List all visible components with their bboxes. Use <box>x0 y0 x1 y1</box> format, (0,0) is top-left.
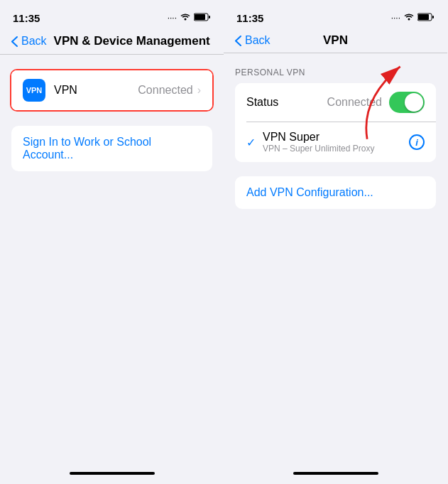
vpn-settings-group: Status Connected ✓ VPN Super VPN – Super… <box>235 83 436 162</box>
right-home-bar <box>293 472 378 475</box>
left-phone-panel: 11:35 ···· Back VPN & Device Management <box>0 0 224 484</box>
status-row: Status Connected <box>235 83 436 122</box>
vpn-icon-text: VPN <box>26 86 43 95</box>
right-nav-bar: Back VPN <box>224 31 447 53</box>
vpn-icon: VPN <box>23 79 45 102</box>
vpn-super-row[interactable]: ✓ VPN Super VPN – Super Unlimited Proxy … <box>235 122 436 162</box>
left-status-icons: ···· <box>168 13 211 23</box>
svg-rect-4 <box>418 14 429 20</box>
vpn-super-info: VPN Super VPN – Super Unlimited Proxy <box>263 131 409 154</box>
sign-in-item[interactable]: Sign In to Work or School Account... <box>11 126 212 171</box>
left-content: VPN VPN Connected › Sign In to Work or S… <box>0 55 224 467</box>
left-home-indicator <box>0 467 224 484</box>
vpn-connected-value: Connected <box>138 84 192 97</box>
right-back-button[interactable]: Back <box>235 34 271 47</box>
svg-rect-1 <box>195 14 205 20</box>
right-back-label: Back <box>245 34 271 47</box>
toggle-knob <box>405 93 423 112</box>
sign-in-label: Sign In to Work or School Account... <box>23 136 151 161</box>
right-status-bar: 11:35 ···· <box>224 0 447 31</box>
svg-rect-2 <box>209 16 210 18</box>
personal-vpn-header: PERSONAL VPN <box>224 68 447 83</box>
right-status-icons: ···· <box>391 13 435 23</box>
vpn-super-subtitle: VPN – Super Unlimited Proxy <box>263 144 409 154</box>
right-content: PERSONAL VPN Status Connected ✓ VPN Supe… <box>224 53 447 467</box>
right-nav-title: VPN <box>323 33 348 48</box>
status-connected-value: Connected <box>327 96 382 109</box>
wifi-icon <box>180 13 191 23</box>
left-home-bar <box>70 472 155 475</box>
left-back-label: Back <box>21 35 47 48</box>
right-home-indicator <box>224 467 447 484</box>
right-battery-icon <box>417 13 435 23</box>
vpn-highlight-box: VPN VPN Connected › <box>10 69 214 112</box>
vpn-toggle[interactable] <box>389 92 425 113</box>
right-status-time: 11:35 <box>236 12 263 24</box>
add-vpn-item[interactable]: Add VPN Configuration... <box>235 176 436 209</box>
battery-icon <box>194 13 211 23</box>
right-phone-panel: 11:35 ···· Back VPN PERSONAL VPN Status <box>224 0 447 484</box>
checkmark-icon: ✓ <box>246 136 256 149</box>
vpn-list-item[interactable]: VPN VPN Connected › <box>11 70 212 110</box>
vpn-chevron-icon: › <box>197 84 201 97</box>
left-back-button[interactable]: Back <box>11 35 47 48</box>
signal-icon: ···· <box>168 13 177 23</box>
right-wifi-icon <box>403 13 415 23</box>
vpn-label: VPN <box>54 84 138 97</box>
vpn-list-group: VPN VPN Connected › <box>11 70 212 110</box>
vpn-info-icon[interactable]: i <box>409 134 425 150</box>
status-label: Status <box>246 96 327 109</box>
svg-rect-5 <box>432 16 434 18</box>
left-status-time: 11:35 <box>13 12 40 24</box>
left-nav-bar: Back VPN & Device Management <box>0 31 224 54</box>
vpn-super-name: VPN Super <box>263 131 409 144</box>
left-nav-title: VPN & Device Management <box>54 34 210 48</box>
left-status-bar: 11:35 ···· <box>0 0 224 31</box>
right-signal-icon: ···· <box>391 13 400 23</box>
add-vpn-label: Add VPN Configuration... <box>246 186 373 198</box>
